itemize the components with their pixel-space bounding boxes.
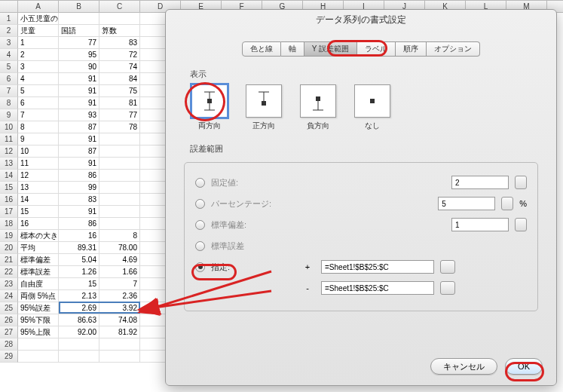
row-number[interactable]: 19 [0,230,18,242]
cell[interactable]: 77 [59,37,99,49]
row-number[interactable]: 22 [0,266,18,278]
display-minus[interactable] [300,84,336,118]
radio-stderr[interactable] [195,241,205,251]
row-number[interactable]: 12 [0,145,18,158]
cell[interactable]: 11 [18,158,59,170]
cell[interactable]: 4.69 [99,254,140,266]
cell[interactable]: 7 [99,278,140,290]
cancel-button[interactable]: キャンセル [430,358,497,375]
row-number[interactable]: 29 [0,351,18,363]
cell[interactable]: 75 [99,85,140,97]
cell[interactable] [59,338,99,351]
row-number[interactable]: 6 [0,73,18,85]
cell[interactable]: 83 [99,37,140,49]
cell[interactable]: 91 [59,158,99,170]
cell[interactable] [99,158,140,170]
cell[interactable] [18,338,59,351]
cell[interactable]: 8 [18,121,59,133]
radio-custom[interactable] [195,262,205,272]
col-header-a[interactable]: A [18,1,59,12]
cell[interactable] [99,218,140,230]
stddev-input[interactable]: 1 [451,218,509,231]
cell[interactable]: 2.13 [59,290,99,302]
cell[interactable]: 72 [99,49,140,61]
radio-stddev[interactable] [195,220,205,230]
cell[interactable]: 4 [18,73,59,85]
cell[interactable]: 13 [18,182,59,194]
row-number[interactable]: 23 [0,278,18,290]
col-header-c[interactable]: C [99,1,140,12]
tab-order[interactable]: 順序 [396,41,427,57]
cell[interactable]: 78 [99,121,140,133]
cell[interactable]: 77 [99,109,140,121]
cell[interactable] [99,351,140,363]
col-header-b[interactable]: B [59,1,99,12]
cell[interactable] [99,133,140,145]
cell[interactable]: 自由度 [18,278,59,290]
cell[interactable]: 86.63 [59,314,99,326]
tab-option[interactable]: オプション [427,41,480,57]
percent-stepper[interactable] [501,197,513,210]
cell[interactable]: 90 [59,61,99,73]
cell[interactable]: 83 [59,194,99,206]
cell[interactable]: 10 [18,145,59,158]
cell[interactable]: 5.04 [59,254,99,266]
percent-input[interactable]: 5 [438,197,495,210]
radio-percent[interactable] [195,199,205,209]
cell[interactable]: 95%誤差 [18,302,59,314]
display-none[interactable] [354,84,390,118]
fixed-stepper[interactable] [515,176,527,189]
tab-colors[interactable]: 色と線 [242,41,281,57]
cell[interactable]: 87 [59,121,99,133]
row-number[interactable]: 17 [0,206,18,218]
cell[interactable]: 15 [18,206,59,218]
cell[interactable]: 12 [18,170,59,182]
cell[interactable]: 14 [18,194,59,206]
cell[interactable]: 8 [99,230,140,242]
row-number[interactable]: 21 [0,254,18,266]
radio-fixed[interactable] [195,178,205,188]
custom-minus-input[interactable]: =Sheet1!$B$25:$C [321,281,434,295]
cell[interactable]: 87 [59,145,99,158]
stddev-stepper[interactable] [515,218,527,231]
cell[interactable]: 81.92 [99,326,140,338]
row-number[interactable]: 3 [0,37,18,49]
row-number[interactable]: 26 [0,314,18,326]
row-number[interactable]: 7 [0,85,18,97]
cell[interactable]: 95 [59,49,99,61]
row-number[interactable]: 24 [0,290,18,302]
cell[interactable] [99,170,140,182]
cell[interactable]: 平均 [18,242,59,254]
cell[interactable]: 91 [59,97,99,109]
cell[interactable]: 15 [59,278,99,290]
cell[interactable]: 2 [18,49,59,61]
row-number[interactable]: 16 [0,194,18,206]
cell[interactable]: 16 [59,230,99,242]
cell[interactable]: 74 [99,61,140,73]
cell[interactable] [18,351,59,363]
display-plus[interactable] [246,84,282,118]
row-number[interactable]: 13 [0,158,18,170]
tab-axis[interactable]: 軸 [281,41,304,57]
custom-plus-refbtn[interactable] [440,260,455,274]
tab-label[interactable]: ラベル [357,41,396,57]
cell[interactable] [99,13,140,25]
cell[interactable]: 78.00 [99,242,140,254]
cell[interactable]: 89.31 [59,242,99,254]
cell[interactable]: 7 [18,109,59,121]
cell[interactable]: 小五児童の試験の得点 [18,13,59,25]
row-number[interactable]: 15 [0,182,18,194]
display-both[interactable] [191,84,228,118]
cell[interactable]: 2.69 [59,302,99,314]
cell[interactable] [99,194,140,206]
cell[interactable]: 92.00 [59,326,99,338]
cell[interactable]: 95%上限 [18,326,59,338]
cell[interactable]: 91 [59,73,99,85]
cell[interactable]: 95%下限 [18,314,59,326]
cell[interactable]: 86 [59,170,99,182]
cell[interactable]: 5 [18,85,59,97]
cell[interactable] [99,206,140,218]
cell[interactable]: 両側 5%点 [18,290,59,302]
fixed-input[interactable]: 2 [451,176,509,189]
cell[interactable]: 6 [18,97,59,109]
